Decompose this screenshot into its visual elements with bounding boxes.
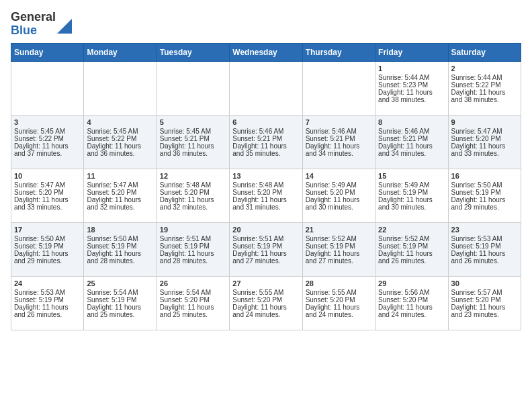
sunrise-text: Sunrise: 5:47 AM: [14, 181, 81, 189]
sunrise-text: Sunrise: 5:50 AM: [14, 235, 81, 242]
day-number: 3: [14, 118, 81, 126]
daylight-text: Daylight: 11 hours and 26 minutes.: [378, 250, 445, 265]
sunset-text: Sunset: 5:21 PM: [306, 135, 372, 142]
sunrise-text: Sunrise: 5:46 AM: [232, 128, 299, 135]
sunrise-text: Sunrise: 5:49 AM: [378, 181, 445, 189]
sunrise-text: Sunrise: 5:55 AM: [306, 289, 372, 296]
sunset-text: Sunset: 5:20 PM: [451, 296, 518, 304]
calendar-cell: 25Sunrise: 5:54 AMSunset: 5:19 PMDayligh…: [84, 276, 157, 330]
sunrise-text: Sunrise: 5:47 AM: [87, 181, 153, 189]
calendar-cell: 8Sunrise: 5:46 AMSunset: 5:21 PMDaylight…: [375, 115, 448, 169]
daylight-text: Daylight: 11 hours and 24 minutes.: [306, 304, 372, 318]
calendar-header-saturday: Saturday: [448, 43, 521, 61]
day-number: 12: [160, 172, 226, 180]
calendar-cell: 26Sunrise: 5:54 AMSunset: 5:20 PMDayligh…: [157, 276, 229, 330]
calendar-cell: 28Sunrise: 5:55 AMSunset: 5:20 PMDayligh…: [302, 276, 375, 330]
calendar-cell: 3Sunrise: 5:45 AMSunset: 5:22 PMDaylight…: [11, 115, 84, 169]
calendar-cell: [302, 61, 375, 115]
day-number: 28: [306, 279, 372, 287]
calendar-cell: [230, 61, 302, 115]
daylight-text: Daylight: 11 hours and 36 minutes.: [160, 142, 226, 157]
daylight-text: Daylight: 11 hours and 36 minutes.: [87, 142, 153, 157]
daylight-text: Daylight: 11 hours and 33 minutes.: [14, 196, 81, 211]
logo-blue: Blue: [11, 24, 37, 37]
sunset-text: Sunset: 5:19 PM: [306, 242, 372, 250]
day-number: 25: [87, 279, 153, 287]
daylight-text: Daylight: 11 hours and 30 minutes.: [306, 196, 372, 211]
calendar-week-3: 10Sunrise: 5:47 AMSunset: 5:20 PMDayligh…: [11, 169, 521, 222]
sunset-text: Sunset: 5:19 PM: [378, 189, 445, 196]
sunrise-text: Sunrise: 5:56 AM: [378, 289, 445, 296]
day-number: 13: [232, 172, 299, 180]
sunset-text: Sunset: 5:19 PM: [451, 189, 518, 196]
day-number: 15: [378, 172, 445, 180]
sunset-text: Sunset: 5:21 PM: [378, 135, 445, 142]
day-number: 24: [14, 279, 81, 287]
daylight-text: Daylight: 11 hours and 38 minutes.: [451, 89, 518, 103]
calendar-cell: 13Sunrise: 5:48 AMSunset: 5:20 PMDayligh…: [230, 169, 302, 222]
day-number: 23: [451, 226, 518, 234]
calendar-cell: [84, 61, 157, 115]
day-number: 9: [451, 118, 518, 126]
sunset-text: Sunset: 5:20 PM: [87, 189, 153, 196]
calendar-header-sunday: Sunday: [11, 43, 84, 61]
daylight-text: Daylight: 11 hours and 32 minutes.: [87, 196, 153, 211]
sunset-text: Sunset: 5:20 PM: [306, 296, 372, 304]
sunrise-text: Sunrise: 5:44 AM: [451, 74, 518, 81]
sunrise-text: Sunrise: 5:55 AM: [232, 289, 299, 296]
calendar-header-monday: Monday: [84, 43, 157, 61]
day-number: 4: [87, 118, 153, 126]
sunset-text: Sunset: 5:20 PM: [306, 189, 372, 196]
sunrise-text: Sunrise: 5:46 AM: [306, 128, 372, 135]
calendar-cell: 12Sunrise: 5:48 AMSunset: 5:20 PMDayligh…: [157, 169, 229, 222]
day-number: 26: [160, 279, 226, 287]
day-number: 6: [232, 118, 299, 126]
daylight-text: Daylight: 11 hours and 29 minutes.: [14, 250, 81, 265]
sunrise-text: Sunrise: 5:52 AM: [306, 235, 372, 242]
sunset-text: Sunset: 5:20 PM: [160, 296, 226, 304]
daylight-text: Daylight: 11 hours and 27 minutes.: [232, 250, 299, 265]
logo-arrow-icon: [57, 15, 72, 34]
sunrise-text: Sunrise: 5:54 AM: [87, 289, 153, 296]
calendar-cell: 1Sunrise: 5:44 AMSunset: 5:23 PMDaylight…: [375, 61, 448, 115]
day-number: 20: [232, 226, 299, 234]
daylight-text: Daylight: 11 hours and 30 minutes.: [378, 196, 445, 211]
daylight-text: Daylight: 11 hours and 28 minutes.: [160, 250, 226, 265]
logo-general: General: [11, 10, 56, 24]
calendar-cell: 5Sunrise: 5:45 AMSunset: 5:21 PMDaylight…: [157, 115, 229, 169]
calendar-week-1: 1Sunrise: 5:44 AMSunset: 5:23 PMDaylight…: [11, 61, 521, 115]
sunrise-text: Sunrise: 5:57 AM: [451, 289, 518, 296]
sunrise-text: Sunrise: 5:44 AM: [378, 74, 445, 81]
calendar-cell: 20Sunrise: 5:51 AMSunset: 5:19 PMDayligh…: [230, 222, 302, 276]
calendar-cell: 24Sunrise: 5:53 AMSunset: 5:19 PMDayligh…: [11, 276, 84, 330]
calendar-cell: 4Sunrise: 5:45 AMSunset: 5:22 PMDaylight…: [84, 115, 157, 169]
calendar-cell: [157, 61, 229, 115]
calendar-header-wednesday: Wednesday: [230, 43, 302, 61]
daylight-text: Daylight: 11 hours and 26 minutes.: [451, 250, 518, 265]
calendar-cell: 9Sunrise: 5:47 AMSunset: 5:20 PMDaylight…: [448, 115, 521, 169]
sunrise-text: Sunrise: 5:45 AM: [160, 128, 226, 135]
sunrise-text: Sunrise: 5:53 AM: [451, 235, 518, 242]
daylight-text: Daylight: 11 hours and 32 minutes.: [160, 196, 226, 211]
sunrise-text: Sunrise: 5:47 AM: [451, 128, 518, 135]
sunset-text: Sunset: 5:22 PM: [14, 135, 81, 142]
sunrise-text: Sunrise: 5:48 AM: [160, 181, 226, 189]
daylight-text: Daylight: 11 hours and 28 minutes.: [87, 250, 153, 265]
day-number: 11: [87, 172, 153, 180]
sunset-text: Sunset: 5:20 PM: [14, 189, 81, 196]
calendar-cell: 7Sunrise: 5:46 AMSunset: 5:21 PMDaylight…: [302, 115, 375, 169]
calendar-header-row: SundayMondayTuesdayWednesdayThursdayFrid…: [11, 43, 521, 61]
daylight-text: Daylight: 11 hours and 23 minutes.: [451, 304, 518, 318]
logo: General Blue: [11, 11, 72, 38]
sunrise-text: Sunrise: 5:45 AM: [87, 128, 153, 135]
sunset-text: Sunset: 5:20 PM: [232, 189, 299, 196]
sunset-text: Sunset: 5:21 PM: [232, 135, 299, 142]
calendar-cell: 27Sunrise: 5:55 AMSunset: 5:20 PMDayligh…: [230, 276, 302, 330]
sunrise-text: Sunrise: 5:45 AM: [14, 128, 81, 135]
day-number: 14: [306, 172, 372, 180]
day-number: 2: [451, 64, 518, 73]
sunset-text: Sunset: 5:19 PM: [160, 242, 226, 250]
calendar-cell: [11, 61, 84, 115]
sunrise-text: Sunrise: 5:53 AM: [14, 289, 81, 296]
day-number: 10: [14, 172, 81, 180]
